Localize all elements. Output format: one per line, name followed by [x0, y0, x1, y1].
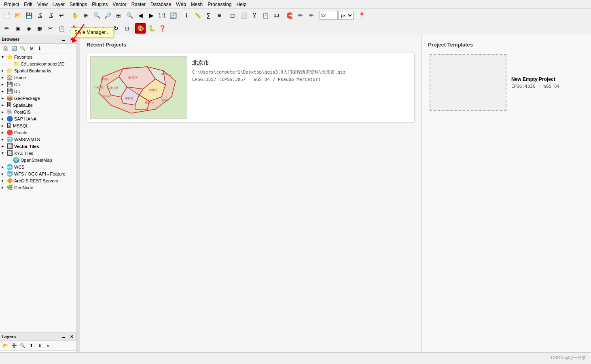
zoom-native-btn[interactable]: 1:1 — [157, 10, 167, 21]
browser-tree-item[interactable]: ▸💾D:\ — [0, 88, 76, 95]
zoom-next-btn[interactable]: ▶ — [146, 10, 157, 21]
multi-edit-btn[interactable]: ▦ — [34, 23, 45, 34]
browser-minimize-btn[interactable]: 🗕 — [60, 36, 67, 42]
style-manager-active-btn[interactable]: 🎨 — [135, 23, 146, 34]
browser-tree-item[interactable]: ▸🔲Vector Tiles — [0, 143, 76, 150]
copy-btn[interactable]: 📋 — [56, 23, 67, 34]
tree-expand-arrow[interactable]: ▸ — [2, 96, 6, 100]
select-btn[interactable]: ◻ — [227, 10, 238, 21]
tree-expand-arrow[interactable]: ▸ — [2, 68, 6, 73]
browser-tree-item[interactable]: ▾🔲XYZ Tiles — [0, 150, 76, 157]
vertex-btn[interactable]: ◈ — [23, 23, 34, 34]
zoom-out-btn[interactable]: 🔎 — [102, 10, 113, 21]
open-project-btn[interactable]: 📂 — [13, 10, 23, 21]
browser-tree-item[interactable]: ▸🏠Home — [0, 74, 76, 81]
tree-expand-arrow[interactable]: ▸ — [2, 144, 6, 148]
node-tool-btn[interactable]: ◉ — [13, 23, 23, 34]
menu-item-help[interactable]: Help — [234, 1, 249, 8]
label-btn[interactable]: 🏷 — [271, 10, 282, 21]
browser-tree-item[interactable]: ▸💾C:\ — [0, 81, 76, 88]
browser-info-btn[interactable]: ℹ — [36, 44, 44, 53]
browser-tree-item[interactable]: ▸🐘PostGIS — [0, 108, 76, 115]
menu-item-vector[interactable]: Vector — [110, 1, 129, 8]
zoom-layer-btn[interactable]: 🔍 — [124, 10, 135, 21]
menu-item-plugins[interactable]: Plugins — [89, 1, 110, 8]
measure-btn[interactable]: 📏 — [192, 10, 203, 21]
browser-tree-item[interactable]: ▸🌐WCS — [0, 163, 76, 170]
tree-expand-arrow[interactable]: ▸ — [2, 178, 6, 183]
tree-expand-arrow[interactable]: ▸ — [2, 123, 6, 128]
pan-refresh-btn[interactable]: 🔄 — [168, 10, 178, 21]
layers-add-btn[interactable]: ➕ — [10, 342, 18, 350]
browser-tree-item[interactable]: ▸📦GeoPackage — [0, 95, 76, 102]
browser-refresh-btn[interactable]: 🔄 — [10, 44, 18, 53]
browser-tree-item[interactable]: 📁C:\Users\computer1\D — [0, 60, 76, 67]
invert-sel-btn[interactable]: ⊻ — [249, 10, 260, 21]
digitize-btn[interactable]: ✏ — [295, 10, 306, 21]
help-btn[interactable]: ❓ — [157, 23, 167, 34]
tree-expand-arrow[interactable]: ▸ — [2, 165, 6, 169]
tree-expand-arrow[interactable]: ▸ — [2, 110, 6, 114]
browser-tree-item[interactable]: ▸🔵SAP HANA — [0, 115, 76, 122]
zoom-full-btn[interactable]: ⊞ — [113, 10, 124, 21]
menu-item-database[interactable]: Database — [148, 1, 174, 8]
save-as-btn[interactable]: 🖨 — [34, 10, 45, 21]
cut-btn[interactable]: ✂ — [45, 23, 56, 34]
menu-item-mesh[interactable]: Mesh — [189, 1, 205, 8]
pan-map-btn[interactable]: ⊕ — [80, 10, 91, 21]
browser-home-btn[interactable]: 🏠 — [2, 44, 10, 53]
advanced-digitize-btn[interactable]: ✏ — [306, 10, 317, 21]
menu-item-raster[interactable]: Raster — [129, 1, 148, 8]
print-btn[interactable]: 🖨 — [45, 10, 56, 21]
heatmap-btn[interactable]: ≡ — [214, 10, 225, 21]
browser-filter-btn[interactable]: 🔍 — [19, 44, 27, 53]
tree-expand-arrow[interactable]: ▾ — [2, 55, 6, 59]
menu-item-layer[interactable]: Layer — [50, 1, 67, 8]
tree-expand-arrow[interactable]: ▾ — [2, 151, 6, 155]
tree-expand-arrow[interactable]: ▸ — [2, 75, 6, 80]
browser-collapse-btn[interactable]: ⊖ — [27, 44, 35, 53]
zoom-in-btn[interactable]: 🔍 — [91, 10, 102, 21]
tree-expand-arrow[interactable]: ▸ — [2, 103, 6, 107]
python-btn[interactable]: 🐍 — [146, 23, 157, 34]
unit-select[interactable]: px — [338, 11, 354, 20]
browser-tree-item[interactable]: ▸🔴Oracle — [0, 129, 76, 136]
browser-tree-item[interactable]: ▸🔶ArcGIS REST Servers — [0, 177, 76, 184]
digitize2-btn[interactable]: ✏ — [2, 23, 12, 34]
layers-minimize-btn[interactable]: 🗕 — [60, 333, 67, 340]
layers-down-btn[interactable]: ⬇ — [36, 342, 44, 350]
menu-item-view[interactable]: View — [35, 1, 50, 8]
menu-item-web[interactable]: Web — [174, 1, 188, 8]
menu-item-settings[interactable]: Settings — [67, 1, 89, 8]
tree-expand-arrow[interactable]: ▸ — [2, 185, 6, 190]
tree-expand-arrow[interactable]: ▸ — [2, 89, 6, 93]
browser-tree-item[interactable]: ▾⭐Favorites — [0, 53, 76, 60]
snap-btn[interactable]: 🧲 — [284, 10, 295, 21]
browser-tree-item[interactable]: ▸📁Spatial Bookmarks — [0, 67, 76, 74]
scale-btn[interactable]: ⊡ — [122, 23, 132, 34]
resize-handle[interactable] — [77, 35, 80, 352]
template-item-1[interactable]: New Empty Project EPSG:4326 - WGS 84 — [428, 53, 585, 112]
menu-item-edit[interactable]: Edit — [21, 1, 35, 8]
layers-open-btn[interactable]: 📂 — [2, 342, 10, 350]
tree-expand-arrow[interactable]: ▸ — [2, 82, 6, 87]
layers-up-btn[interactable]: ⬆ — [27, 342, 35, 350]
browser-tree-item[interactable]: ▸🌐WFS / OGC API - Feature — [0, 170, 76, 177]
tree-expand-arrow[interactable]: ▸ — [2, 130, 6, 135]
identify-btn[interactable]: ℹ — [181, 10, 192, 21]
browser-tree-item[interactable]: ▸🗄SpatiaLite — [0, 102, 76, 108]
browser-tree-item[interactable]: ▸🗄MSSQL — [0, 122, 76, 129]
zoom-prev-btn[interactable]: ◀ — [135, 10, 146, 21]
font-size-input[interactable]: 12 — [320, 11, 338, 20]
tree-expand-arrow[interactable]: ▸ — [2, 171, 6, 176]
location-btn[interactable]: 📍 — [356, 10, 367, 21]
menu-item-processing[interactable]: Processing — [205, 1, 234, 8]
layers-filter-btn[interactable]: 🔍 — [19, 342, 27, 350]
pan-btn[interactable]: ✋ — [70, 10, 80, 21]
layers-more-btn[interactable]: » — [44, 342, 52, 350]
attr-table-btn[interactable]: 📋 — [260, 10, 271, 21]
deselect-btn[interactable]: ⬜ — [238, 10, 249, 21]
save-project-btn[interactable]: 💾 — [23, 10, 34, 21]
tree-expand-arrow[interactable]: ▸ — [2, 116, 6, 121]
new-project-btn[interactable]: 📄 — [2, 10, 12, 21]
